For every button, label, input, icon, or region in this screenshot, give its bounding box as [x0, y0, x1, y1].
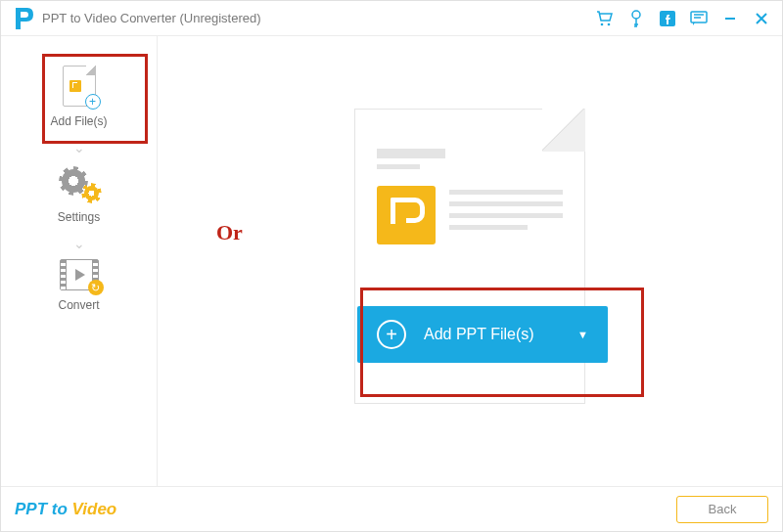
chevron-down-icon: ⌄ — [73, 236, 85, 251]
brand-label: PPT to Video — [15, 500, 116, 519]
convert-icon: ↻ — [60, 259, 99, 290]
back-button[interactable]: Back — [676, 496, 768, 523]
sidebar-item-label: Add File(s) — [50, 114, 107, 128]
minimize-icon[interactable] — [721, 10, 739, 27]
plus-circle-icon: + — [377, 320, 406, 349]
close-icon[interactable] — [753, 10, 770, 27]
feedback-icon[interactable] — [690, 10, 708, 27]
titlebar-actions — [596, 10, 770, 27]
facebook-icon[interactable] — [659, 10, 676, 27]
sidebar-item-add-files[interactable]: + Add File(s) — [1, 64, 157, 134]
key-icon[interactable] — [627, 10, 645, 27]
ppt-icon — [377, 186, 436, 244]
sidebar: + Add File(s) ⌄ Settings ⌄ ↻ Convert — [1, 36, 158, 486]
sidebar-item-label: Convert — [58, 298, 99, 312]
settings-icon — [60, 163, 99, 202]
footer: PPT to Video Back — [1, 486, 782, 531]
sidebar-item-convert[interactable]: ↻ Convert — [1, 257, 157, 318]
sidebar-item-settings[interactable]: Settings — [1, 161, 157, 230]
sidebar-item-label: Settings — [58, 210, 100, 224]
chevron-down-icon: ⌄ — [73, 140, 85, 155]
cart-icon[interactable] — [596, 10, 614, 27]
svg-point-0 — [601, 22, 604, 25]
add-ppt-button-label: Add PPT File(s) — [424, 326, 560, 343]
svg-point-2 — [632, 11, 640, 19]
window-title: PPT to Video Converter (Unregistered) — [42, 11, 588, 25]
app-logo-icon — [13, 8, 34, 29]
add-ppt-files-button[interactable]: + Add PPT File(s) ▼ — [357, 306, 608, 363]
annotation-or: Or — [216, 220, 243, 245]
svg-point-1 — [608, 22, 611, 25]
caret-down-icon[interactable]: ▼ — [577, 329, 588, 340]
title-bar: PPT to Video Converter (Unregistered) — [1, 1, 782, 36]
add-file-icon: + — [63, 66, 96, 107]
body-area: + Add File(s) ⌄ Settings ⌄ ↻ Convert Or — [1, 36, 782, 486]
main-panel: Or + Add PPT File(s) ▼ — [158, 36, 782, 486]
